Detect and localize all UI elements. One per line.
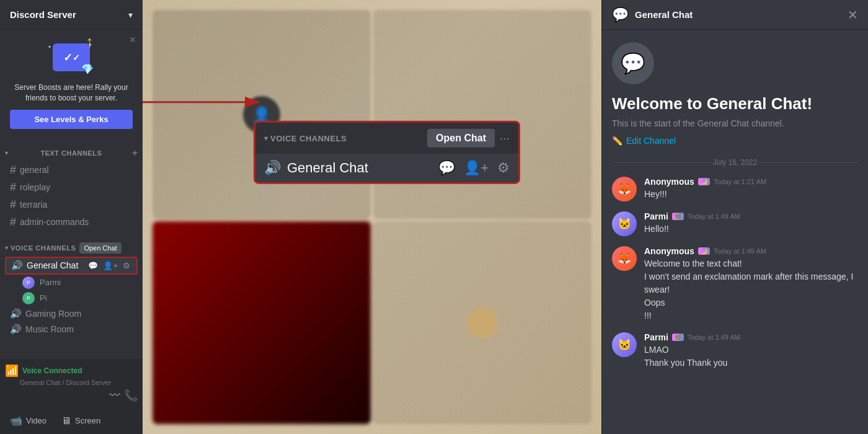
welcome-title: Welcome to General Chat! xyxy=(612,94,858,113)
screen-share-button[interactable]: 🖥 Screen xyxy=(56,413,105,429)
avatar: P xyxy=(22,277,35,289)
voice-waves-icon[interactable]: 〰 xyxy=(109,389,120,402)
speaker-icon: 🔊 xyxy=(264,160,281,176)
sidebar: Discord Server ▾ ✕ ✓ ✦ ✦ ↑ 💎 Server Boos… xyxy=(0,0,143,434)
message-text: Hey!!! xyxy=(644,188,858,201)
message-header: Parmi 🌿 Today at 1:49 AM xyxy=(644,332,858,342)
channel-admin-commands[interactable]: # admin-commands xyxy=(5,214,138,231)
message-time: Today at 1:49 AM xyxy=(714,247,766,255)
message-text: !!! xyxy=(644,309,858,322)
nitro-badge: 🌿 xyxy=(672,213,684,220)
server-header[interactable]: Discord Server ▾ xyxy=(0,0,143,30)
voice-connected-status: 📶 Voice Connected xyxy=(5,364,138,378)
participant-tile-1: 👤 xyxy=(153,10,371,219)
settings-icon[interactable]: ⚙ xyxy=(497,160,510,176)
open-chat-badge: Open Chat xyxy=(79,242,121,254)
boost-graphic: ✓ ✦ ✦ ↑ 💎 xyxy=(43,37,99,78)
participant-tile-3 xyxy=(153,221,371,424)
settings-icon[interactable]: ⚙ xyxy=(122,260,131,272)
date-divider: July 16, 2022 xyxy=(612,158,858,167)
message-author: Parmi xyxy=(644,211,668,221)
message-author: Anonymous xyxy=(644,246,694,256)
message-time: Today at 1:49 AM xyxy=(688,334,740,341)
voice-channel-music-room[interactable]: 🔊 Music Room xyxy=(5,322,138,337)
pencil-icon: ✏️ xyxy=(612,136,622,146)
voice-member-pi: P Pi xyxy=(5,291,138,306)
screen-icon: 🖥 xyxy=(61,415,71,427)
message-text: Thank you Thank you xyxy=(644,356,858,370)
message-text: Oops xyxy=(644,296,858,309)
message-content: Anonymous 🌙 Today at 1:49 AM Welcome to … xyxy=(644,246,858,322)
voice-channel-gaming-room[interactable]: 🔊 Gaming Room xyxy=(5,306,138,321)
participant-grid: 👤 xyxy=(143,0,601,434)
chat-hash-icon: 💬 xyxy=(612,7,629,23)
channel-name: roleplay xyxy=(20,182,50,192)
message-4: 🐱 Parmi 🌿 Today at 1:49 AM LMAO Thank yo… xyxy=(612,332,858,370)
chat-icon[interactable]: 💬 xyxy=(87,260,99,272)
welcome-icon: 💬 xyxy=(612,42,654,84)
voice-channel-name: General Chat xyxy=(27,260,78,270)
popup-channel-row[interactable]: 🔊 General Chat 💬 👤+ ⚙ xyxy=(255,154,518,182)
voice-channel-name: Music Room xyxy=(25,324,74,334)
message-text: Hello!! xyxy=(644,223,858,236)
message-text: I won't send an exclamation mark after t… xyxy=(644,270,858,296)
member-name: Parmi xyxy=(40,278,61,287)
hash-icon: # xyxy=(10,164,16,177)
voice-connected-bar: 📶 Voice Connected General Chat / Discord… xyxy=(0,359,143,407)
speaker-icon: 🔊 xyxy=(10,308,22,319)
edit-channel-label: Edit Channel xyxy=(626,136,676,146)
voice-channels-header[interactable]: ▾ VOICE CHANNELS Open Chat xyxy=(0,231,143,256)
channel-terraria[interactable]: # terraria xyxy=(5,197,138,213)
voice-channels-label: VOICE CHANNELS xyxy=(11,244,76,252)
avatar: P xyxy=(22,292,35,304)
channel-roleplay[interactable]: # roleplay xyxy=(5,179,138,196)
video-button[interactable]: 📹 Video xyxy=(5,412,51,429)
popup-section-label: VOICE CHANNELS xyxy=(270,133,347,143)
right-panel-header: 💬 General Chat ✕ xyxy=(602,0,868,30)
text-channels-header[interactable]: ▾ TEXT CHANNELS + xyxy=(0,136,143,161)
collapse-arrow-icon: ▾ xyxy=(5,149,8,156)
add-member-icon[interactable]: 👤+ xyxy=(464,160,489,176)
boost-text: Server Boosts are here! Rally your frien… xyxy=(10,82,133,104)
popup-more-icon[interactable]: ⋯ xyxy=(500,132,510,144)
message-header: Anonymous 🌙 Today at 1:49 AM xyxy=(644,246,858,256)
channel-name: admin-commands xyxy=(20,217,89,227)
channel-general[interactable]: # general xyxy=(5,162,138,179)
main-content: 👤 xyxy=(143,0,601,434)
close-icon[interactable]: ✕ xyxy=(848,7,858,22)
edit-channel-button[interactable]: ✏️ Edit Channel xyxy=(612,136,858,146)
close-icon[interactable]: ✕ xyxy=(129,35,136,45)
message-time: Today at 1:49 AM xyxy=(688,213,740,220)
boost-banner: ✕ ✓ ✦ ✦ ↑ 💎 Server Boosts are here! Rall… xyxy=(0,30,143,136)
right-panel: 💬 General Chat ✕ 💬 Welcome to General Ch… xyxy=(601,0,868,434)
message-1: 🦊 Anonymous 🌙 Today at 1:21 AM Hey!!! xyxy=(612,177,858,202)
phone-leave-icon[interactable]: 📞 xyxy=(124,389,138,402)
nitro-badge: 🌿 xyxy=(672,334,684,341)
message-text: Welcome to the text chat! xyxy=(644,257,858,270)
voice-popup-overlay: ▾ VOICE CHANNELS Open Chat ⋯ 🔊 General C… xyxy=(254,121,520,184)
add-channel-icon[interactable]: + xyxy=(132,148,138,159)
channel-name: general xyxy=(20,165,49,175)
voice-member-parmi: P Parmi xyxy=(5,275,138,290)
video-icon: 📹 xyxy=(10,415,22,427)
user-bar: 📹 Video 🖥 Screen xyxy=(0,407,143,434)
popup-channel-name: General Chat xyxy=(287,160,368,176)
see-levels-perks-button[interactable]: See Levels & Perks xyxy=(10,110,133,129)
hash-icon: # xyxy=(10,198,16,211)
voice-background: 👤 xyxy=(143,0,601,434)
avatar: 🦊 xyxy=(612,177,637,202)
speaker-icon: 🔊 xyxy=(11,260,23,271)
open-chat-button[interactable]: Open Chat xyxy=(427,129,495,148)
message-author: Parmi xyxy=(644,332,668,342)
add-member-icon[interactable]: 👤+ xyxy=(102,260,119,272)
member-name: Pi xyxy=(40,293,47,303)
participant-tile-2 xyxy=(373,10,591,219)
screen-label: Screen xyxy=(75,416,100,425)
message-content: Anonymous 🌙 Today at 1:21 AM Hey!!! xyxy=(644,177,858,201)
collapse-arrow-icon: ▾ xyxy=(5,244,8,251)
chevron-down-icon: ▾ xyxy=(128,10,133,20)
chat-icon[interactable]: 💬 xyxy=(438,160,455,176)
voice-channel-general-chat[interactable]: 🔊 General Chat 💬 👤+ ⚙ xyxy=(5,257,138,275)
avatar: 🐱 xyxy=(612,211,637,236)
message-3: 🦊 Anonymous 🌙 Today at 1:49 AM Welcome t… xyxy=(612,246,858,322)
